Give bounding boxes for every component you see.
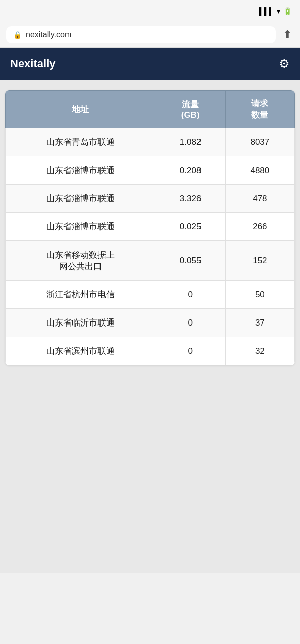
address-text: 山东省青岛市联通: [46, 137, 115, 147]
cell-address: 浙江省杭州市电信: [6, 281, 156, 309]
cell-traffic: 1.082: [156, 128, 225, 156]
table-row: 山东省淄博市联通 0.208 4880: [6, 156, 295, 185]
address-text: 山东省淄博市联通: [46, 194, 115, 203]
table-body: 山东省青岛市联通 1.082 8037 山东省淄博市联通 0.208 4880 …: [6, 128, 295, 365]
share-icon: ⬆: [283, 28, 292, 41]
col-header-address: 地址: [6, 91, 156, 128]
app-title: Nexitally: [10, 57, 56, 70]
cell-requests: 32: [225, 337, 294, 365]
content-area: 地址 流量(GB) 请求数量 山东省青岛市联通 1.082 8037 山东省淄博…: [0, 80, 300, 573]
battery-icon: 🔋: [283, 7, 292, 15]
cell-requests: 478: [225, 185, 294, 213]
address-text: 山东省淄博市联通: [46, 166, 115, 175]
share-button[interactable]: ⬆: [281, 26, 294, 43]
cell-traffic: 0: [156, 309, 225, 337]
cell-requests: 4880: [225, 156, 294, 185]
cell-address: 山东省移动数据上网公共出口: [6, 241, 156, 281]
cell-address: 山东省青岛市联通: [6, 128, 156, 156]
settings-button[interactable]: ⚙: [279, 57, 290, 71]
status-icons: ▌▌▌ ▾ 🔋: [259, 7, 292, 15]
browser-chrome: 🔒 nexitally.com ⬆: [0, 22, 300, 48]
address-text: 山东省淄博市联通: [46, 222, 115, 231]
wifi-icon: ▾: [277, 7, 280, 15]
table-row: 山东省淄博市联通 3.326 478: [6, 185, 295, 213]
table-row: 山东省滨州市联通 0 32: [6, 337, 295, 365]
lock-icon: 🔒: [13, 31, 22, 39]
url-text: nexitally.com: [26, 30, 71, 39]
cell-requests: 50: [225, 281, 294, 309]
address-text: 山东省临沂市联通: [46, 318, 115, 328]
signal-icon: ▌▌▌: [259, 7, 274, 15]
cell-requests: 152: [225, 241, 294, 281]
table-row: 山东省青岛市联通 1.082 8037: [6, 128, 295, 156]
table-row: 山东省移动数据上网公共出口 0.055 152: [6, 241, 295, 281]
cell-address: 山东省临沂市联通: [6, 309, 156, 337]
col-header-traffic: 流量(GB): [156, 91, 225, 128]
cell-address: 山东省淄博市联通: [6, 185, 156, 213]
table-row: 浙江省杭州市电信 0 50: [6, 281, 295, 309]
cell-traffic: 3.326: [156, 185, 225, 213]
address-text: 浙江省杭州市电信: [46, 290, 115, 299]
status-bar: ▌▌▌ ▾ 🔋: [0, 0, 300, 22]
table-header-row: 地址 流量(GB) 请求数量: [6, 91, 295, 128]
cell-address: 山东省淄博市联通: [6, 156, 156, 185]
cell-address: 山东省滨州市联通: [6, 337, 156, 365]
cell-traffic: 0.025: [156, 213, 225, 241]
app-header: Nexitally ⚙: [0, 48, 300, 80]
address-text: 山东省移动数据上网公共出口: [46, 250, 115, 271]
cell-requests: 8037: [225, 128, 294, 156]
cell-traffic: 0: [156, 337, 225, 365]
cell-traffic: 0.208: [156, 156, 225, 185]
data-card: 地址 流量(GB) 请求数量 山东省青岛市联通 1.082 8037 山东省淄博…: [5, 90, 295, 365]
cell-requests: 37: [225, 309, 294, 337]
table-row: 山东省临沂市联通 0 37: [6, 309, 295, 337]
cell-traffic: 0: [156, 281, 225, 309]
table-row: 山东省淄博市联通 0.025 266: [6, 213, 295, 241]
address-text: 山东省滨州市联通: [46, 346, 115, 356]
address-bar[interactable]: 🔒 nexitally.com: [6, 26, 276, 43]
gear-icon: ⚙: [279, 57, 290, 70]
cell-traffic: 0.055: [156, 241, 225, 281]
data-table: 地址 流量(GB) 请求数量 山东省青岛市联通 1.082 8037 山东省淄博…: [5, 90, 295, 365]
cell-requests: 266: [225, 213, 294, 241]
cell-address: 山东省淄博市联通: [6, 213, 156, 241]
col-header-requests: 请求数量: [225, 91, 294, 128]
